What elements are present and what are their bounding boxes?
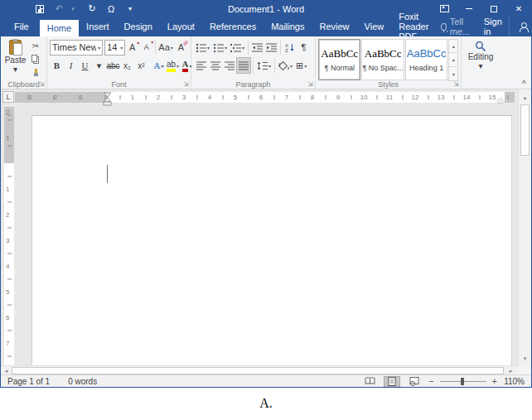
symbol-button[interactable]: Ω (105, 2, 117, 16)
zoom-slider-handle[interactable] (461, 378, 464, 385)
style-heading-1[interactable]: AaBbCc Heading 1 (405, 39, 447, 80)
vertical-scrollbar[interactable]: ▴ ▾ (518, 90, 530, 366)
styles-scroll-down-button[interactable]: ▾ (448, 53, 458, 67)
grow-font-button[interactable]: A (125, 39, 139, 56)
clear-formatting-button[interactable]: A (174, 39, 188, 56)
align-center-button[interactable] (208, 57, 222, 74)
customize-qat-button[interactable]: ▾ (124, 2, 136, 16)
copy-button[interactable] (27, 53, 44, 65)
cut-button[interactable]: ✂ (27, 40, 44, 52)
change-case-button[interactable]: Aa▾ (157, 39, 174, 56)
print-layout-button[interactable] (384, 376, 400, 387)
undo-dropdown[interactable]: ▾ (67, 2, 79, 16)
ruler-number: 1 (6, 186, 9, 193)
tab-file[interactable]: File (3, 17, 40, 36)
collapse-ribbon-button[interactable]: ^ (522, 79, 526, 87)
document-page[interactable] (31, 115, 512, 365)
highlight-icon: ab (167, 60, 176, 72)
word-count[interactable]: 0 words (68, 377, 97, 386)
paragraph-dialog-launcher[interactable]: ⇲ (307, 80, 313, 89)
tab-mailings[interactable]: Mailings (264, 17, 312, 36)
font-name-combo[interactable]: Times New Roman ▾ (50, 40, 103, 56)
text-highlight-button[interactable]: ab▾ (166, 57, 180, 74)
increase-indent-button[interactable] (264, 39, 278, 56)
horizontal-scrollbar[interactable]: ◂ ▸ (1, 365, 518, 374)
borders-button[interactable]: ⊞▾ (294, 57, 308, 74)
right-indent-marker[interactable] (497, 98, 504, 103)
v-ruler-main: 1234567 (4, 163, 14, 365)
zoom-slider[interactable] (440, 376, 486, 387)
read-mode-button[interactable] (361, 376, 378, 387)
undo-button[interactable]: ↶ (53, 2, 65, 16)
line-spacing-button[interactable]: ▾ (255, 57, 273, 74)
web-layout-button[interactable] (406, 376, 423, 387)
italic-button[interactable]: I (64, 57, 78, 74)
tab-design[interactable]: Design (117, 17, 160, 36)
scroll-up-arrow[interactable]: ▴ (519, 92, 531, 104)
tab-stop-selector[interactable]: L (2, 91, 14, 103)
bullets-button[interactable]: ▾ (194, 39, 211, 56)
page-indicator[interactable]: Page 1 of 1 (7, 377, 50, 386)
text-effects-button[interactable]: A▾ (152, 57, 166, 74)
subscript-button[interactable]: x₂ (120, 57, 134, 74)
clipboard-dialog-launcher[interactable]: ⇲ (39, 80, 45, 89)
align-left-button[interactable] (194, 57, 208, 74)
superscript-button[interactable]: x² (134, 57, 148, 74)
ruler-number: 5 (6, 288, 9, 296)
tell-me-box[interactable]: Tell me... (436, 17, 476, 36)
tab-review[interactable]: Review (312, 17, 357, 36)
shading-button[interactable]: ▾ (277, 57, 294, 74)
decrease-indent-button[interactable] (250, 39, 264, 56)
zoom-in-button[interactable]: + (492, 376, 497, 386)
style-normal[interactable]: AaBbCc ¶ Normal (318, 39, 360, 80)
format-painter-button[interactable] (27, 66, 44, 79)
style-no-spacing[interactable]: AaBbCc ¶ No Spac... (361, 39, 404, 80)
align-right-button[interactable] (222, 57, 236, 74)
figure: Document1 - Word ↶ ▾ ↻ Ω ▾ ✕ File Home I… (0, 0, 532, 420)
indent-markers[interactable] (103, 92, 112, 108)
justify-button[interactable] (236, 57, 251, 74)
close-button[interactable]: ✕ (506, 1, 531, 17)
strikethrough-button[interactable]: abc (106, 57, 120, 74)
font-size-combo[interactable]: 14 ▾ (104, 40, 125, 56)
underline-dropdown[interactable]: ▾ (92, 57, 106, 74)
tab-foxit-reader-pdf[interactable]: Foxit Reader PDF (391, 17, 436, 36)
save-button[interactable] (34, 2, 46, 16)
multilevel-list-button[interactable]: ▾ (229, 39, 246, 56)
show-formatting-marks-button[interactable]: ¶ (297, 39, 311, 56)
underline-button[interactable]: U (78, 57, 92, 74)
shrink-font-button[interactable]: A (139, 39, 153, 56)
horizontal-ruler[interactable]: 321 123456789101112131415 (15, 92, 515, 103)
editing-button[interactable]: Editing ▾ (464, 38, 497, 70)
sort-button[interactable]: AZ (283, 39, 297, 56)
tab-layout[interactable]: Layout (160, 17, 202, 36)
lightbulb-icon (441, 23, 446, 31)
styles-gallery-more-button[interactable]: ▾ (448, 67, 458, 81)
bold-button[interactable]: B (50, 57, 64, 74)
horizontal-scrollbar-thumb[interactable] (12, 367, 504, 374)
ruler-number: 2 (6, 109, 9, 116)
ribbon-display-options-button[interactable] (432, 1, 457, 17)
tab-references[interactable]: References (202, 17, 264, 36)
vertical-ruler[interactable]: 21 1234567 (4, 107, 14, 365)
styles-dialog-launcher[interactable]: ⇲ (453, 80, 459, 89)
redo-button[interactable]: ↻ (86, 2, 98, 16)
zoom-out-button[interactable]: − (428, 376, 433, 386)
vertical-scrollbar-thumb[interactable] (520, 104, 530, 156)
ruler-number: 1 (6, 134, 9, 142)
maximize-button[interactable] (481, 1, 506, 17)
styles-scroll-up-button[interactable]: ▴ (448, 39, 458, 53)
font-dialog-launcher[interactable]: ⇲ (183, 80, 189, 89)
paste-button[interactable]: Paste ▾ (3, 38, 27, 79)
tab-insert[interactable]: Insert (79, 17, 117, 36)
share-button[interactable]: Share (509, 17, 532, 36)
zoom-level[interactable]: 110% (503, 377, 525, 386)
sign-in-button[interactable]: Sign in (477, 17, 509, 36)
tab-home[interactable]: Home (40, 20, 79, 36)
scroll-down-arrow[interactable]: ▾ (519, 353, 531, 364)
text-cursor (107, 165, 108, 183)
numbering-button[interactable]: ▾ (211, 39, 229, 56)
minimize-button[interactable] (457, 1, 481, 17)
svg-text:Z: Z (285, 48, 288, 52)
tab-view[interactable]: View (357, 17, 392, 36)
